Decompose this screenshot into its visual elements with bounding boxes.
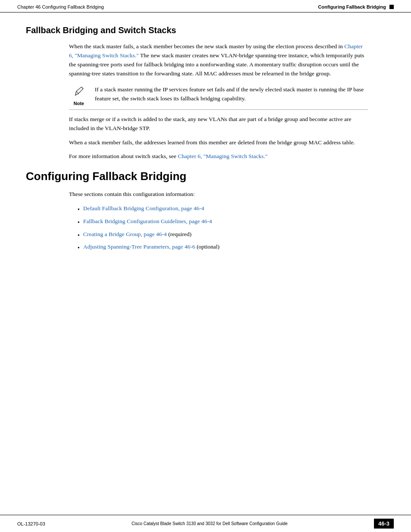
bullet-item-4-text: Adjusting Spanning-Tree Parameters, page… — [83, 243, 220, 252]
bullet-item-2-text: Fallback Bridging Configuration Guidelin… — [83, 217, 212, 226]
header-right-square — [389, 5, 394, 9]
section1-paragraph2: If stacks merge or if a switch is added … — [69, 115, 368, 133]
bullet-dot-2: • — [78, 218, 80, 227]
section1-paragraph3: When a stack member fails, the addresses… — [69, 138, 368, 147]
section1-paragraph4: For more information about switch stacks… — [69, 152, 368, 161]
bullet-suffix-3: (required) — [167, 231, 191, 237]
header-right-text: Configuring Fallback Bridging — [318, 4, 386, 9]
footer-center: Cisco Catalyst Blade Switch 3130 and 303… — [54, 521, 365, 526]
note-box: Note If a stack master running the IP se… — [69, 84, 368, 110]
section2-title: Configuring Fallback Bridging — [26, 170, 385, 183]
section1-para4-pre: For more information about switch stacks… — [69, 153, 178, 159]
bullet-link-2[interactable]: Fallback Bridging Configuration Guidelin… — [83, 218, 212, 224]
section1-link2[interactable]: Chapter 6, "Managing Switch Stacks." — [178, 153, 268, 159]
page-content: Fallback Bridging and Switch Stacks When… — [0, 12, 411, 292]
section1: Fallback Bridging and Switch Stacks When… — [26, 25, 385, 161]
bullet-dot-1: • — [78, 205, 80, 215]
bullet-item-1: • Default Fallback Bridging Configuratio… — [78, 204, 368, 215]
section2: Configuring Fallback Bridging These sect… — [26, 170, 385, 253]
footer-right: 46-3 — [374, 519, 394, 529]
page-header: Chapter 46 Configuring Fallback Bridging… — [0, 0, 411, 12]
note-icon-area: Note — [69, 85, 89, 106]
bullet-link-4[interactable]: Adjusting Spanning-Tree Parameters, page… — [83, 243, 195, 250]
footer-left: OL-13270-03 — [17, 521, 45, 526]
bullet-link-1[interactable]: Default Fallback Bridging Configuration,… — [83, 205, 204, 212]
section1-paragraph1: When the stack master fails, a stack mem… — [69, 42, 368, 78]
note-text: If a stack master running the IP service… — [95, 85, 368, 103]
bullet-item-2: • Fallback Bridging Configuration Guidel… — [78, 217, 368, 227]
bullet-item-4: • Adjusting Spanning-Tree Parameters, pa… — [78, 243, 368, 253]
header-left-text: Chapter 46 Configuring Fallback Bridging — [17, 4, 104, 9]
bullet-item-3: • Creating a Bridge Group, page 46-4 (re… — [78, 230, 368, 240]
bullet-dot-3: • — [78, 231, 80, 240]
header-right-area: Configuring Fallback Bridging — [318, 4, 394, 9]
section2-intro: These sections contain this configuratio… — [69, 190, 368, 199]
note-label: Note — [74, 101, 84, 106]
bullet-item-3-text: Creating a Bridge Group, page 46-4 (requ… — [83, 230, 192, 239]
page: Chapter 46 Configuring Fallback Bridging… — [0, 0, 411, 532]
pencil-icon — [73, 85, 85, 100]
bullet-dot-4: • — [78, 243, 80, 253]
section1-title: Fallback Bridging and Switch Stacks — [26, 25, 385, 35]
page-footer: OL-13270-03 Cisco Catalyst Blade Switch … — [0, 515, 411, 532]
bullet-item-1-text: Default Fallback Bridging Configuration,… — [83, 204, 204, 213]
bullet-link-3[interactable]: Creating a Bridge Group, page 46-4 — [83, 231, 167, 237]
bullet-list: • Default Fallback Bridging Configuratio… — [78, 204, 368, 253]
bullet-suffix-4: (optional) — [195, 243, 220, 250]
section1-para1-text: When the stack master fails, a stack mem… — [69, 43, 344, 50]
